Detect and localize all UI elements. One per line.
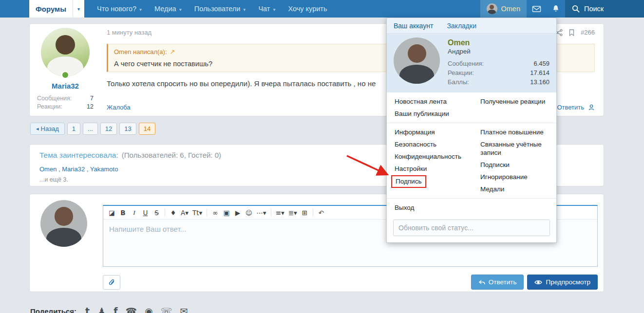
account-username-link[interactable]: Omen <box>448 38 549 47</box>
annotation-highlight-box: Подпись <box>391 175 426 188</box>
search-label: Поиск <box>584 5 604 13</box>
whatsapp-icon[interactable]: ☎ <box>125 306 137 313</box>
interested-user-link[interactable]: Yakamoto <box>85 166 118 173</box>
menu-item-news-feed[interactable]: Новостная лента <box>387 95 473 108</box>
menu-item-subscriptions[interactable]: Подписки <box>473 159 556 171</box>
interest-title-link[interactable]: Тема заинтересовала: <box>39 151 118 160</box>
page-button-13[interactable]: 13 <box>119 123 136 135</box>
menu-item-your-content[interactable]: Ваши публикации <box>387 108 473 120</box>
interested-user-link[interactable]: Maria32 <box>57 166 85 173</box>
page-button-current-14[interactable]: 14 <box>139 123 155 135</box>
menu-item-account-details[interactable]: Информация <box>387 126 473 138</box>
left-arrow-icon: ◂ <box>36 126 39 132</box>
author-avatar[interactable] <box>41 28 90 76</box>
mail-icon <box>532 5 541 13</box>
bookmark-icon[interactable] <box>568 29 575 36</box>
pinterest-icon[interactable]: ◉ <box>145 306 153 313</box>
current-user-avatar <box>40 200 87 247</box>
reply-link[interactable]: Ответить <box>557 104 584 111</box>
undo-icon[interactable]: ↶ <box>316 207 327 218</box>
online-status-icon <box>61 71 69 79</box>
nav-item-whats-new[interactable]: Что нового? <box>97 0 142 18</box>
toolbar-separator <box>313 209 313 217</box>
eye-icon <box>534 279 542 285</box>
account-avatar[interactable] <box>394 37 440 84</box>
chevron-down-icon <box>243 5 246 13</box>
author-name-link[interactable]: Maria32 <box>52 82 79 90</box>
twitter-icon[interactable]: t <box>85 306 90 313</box>
text-color-icon[interactable]: ♦ <box>168 207 179 218</box>
menu-item-privacy[interactable]: Конфиденциальность <box>387 150 473 163</box>
eraser-icon[interactable]: ◪ <box>106 207 117 218</box>
tab-your-account[interactable]: Ваш аккаунт <box>394 22 433 30</box>
page-button-12[interactable]: 12 <box>100 123 117 135</box>
menu-item-connected-accounts[interactable]: Связанные учётные записи <box>473 138 556 159</box>
menu-item-reactions-received[interactable]: Полученные реакции <box>473 95 556 108</box>
menu-item-security[interactable]: Безопасность <box>387 138 473 150</box>
post-number-link[interactable]: #266 <box>581 29 595 36</box>
menu-item-ignoring[interactable]: Игнорирование <box>473 171 556 183</box>
table-icon[interactable]: ⊞ <box>299 207 310 218</box>
bold-icon[interactable]: B <box>117 207 129 218</box>
account-dropdown: Ваш аккаунт Закладки Omen Андрей Сообщен… <box>386 18 557 243</box>
post-timestamp-link[interactable]: 1 минуту назад <box>107 29 152 36</box>
interest-counts: (Пользователей: 6, Гостей: 0) <box>122 151 221 159</box>
nav-tab-forums[interactable]: Форумы <box>29 0 84 18</box>
media-icon[interactable]: ▶ <box>232 207 243 218</box>
strikethrough-icon[interactable]: S <box>151 207 162 218</box>
page-back-button[interactable]: ◂ Назад <box>30 123 65 135</box>
menu-item-logout[interactable]: Выход <box>387 202 473 214</box>
smilie-icon[interactable]: ☺ <box>243 207 254 218</box>
page-button-1[interactable]: 1 <box>67 123 80 135</box>
inbox-button[interactable] <box>527 0 547 18</box>
pagination: ◂ Назад 1 ... 12 13 14 <box>30 123 155 135</box>
more-options-icon[interactable]: ⋯▾ <box>254 207 268 218</box>
viber-icon[interactable]: ☏ <box>161 306 172 313</box>
nav-item-want-to-smoke[interactable]: Хочу курить <box>288 0 327 18</box>
odnoklassniki-icon[interactable]: ♟ <box>97 306 106 313</box>
menu-item-preferences[interactable]: Настройки <box>387 163 473 175</box>
underline-icon[interactable]: U <box>140 207 151 218</box>
reply-submit-button[interactable]: Ответить <box>471 275 524 290</box>
search-button[interactable]: Поиск <box>565 0 644 18</box>
menu-item-paid-upgrade[interactable]: Платное повышение <box>473 126 556 138</box>
image-icon[interactable]: ▣ <box>221 207 232 218</box>
preview-button[interactable]: Предпросмотр <box>527 275 598 290</box>
toolbar-separator <box>207 209 207 217</box>
messages-count[interactable]: 6.459 <box>533 59 549 68</box>
goto-post-icon[interactable]: ↗ <box>170 48 175 55</box>
stat-row: Реакции: 12 <box>37 103 94 111</box>
list-icon[interactable]: ≣▾ <box>286 207 299 218</box>
font-family-icon[interactable]: A▾ <box>179 207 190 218</box>
italic-icon[interactable]: I <box>129 207 140 218</box>
status-update-input[interactable] <box>393 220 550 236</box>
attach-file-button[interactable] <box>103 275 120 290</box>
chevron-down-icon[interactable] <box>73 0 84 18</box>
paperclip-icon <box>108 279 115 286</box>
points-count[interactable]: 13.160 <box>530 77 549 87</box>
nav-item-chat[interactable]: Чат <box>258 0 275 18</box>
font-size-icon[interactable]: Tt▾ <box>190 207 204 218</box>
account-realname: Андрей <box>448 48 549 55</box>
email-icon[interactable]: ✉ <box>180 306 188 313</box>
user-icon[interactable] <box>588 104 595 110</box>
toolbar-separator <box>271 209 271 217</box>
alignment-icon[interactable]: ≡▾ <box>274 207 286 218</box>
interested-user-link[interactable]: Omen <box>39 166 57 173</box>
bell-icon <box>552 5 560 13</box>
nav-item-media[interactable]: Медиа <box>154 0 182 18</box>
user-avatar <box>487 3 497 14</box>
menu-item-signature[interactable]: Подпись <box>387 175 473 188</box>
link-icon[interactable]: ∞ <box>209 207 221 218</box>
page-ellipsis[interactable]: ... <box>83 123 98 135</box>
alerts-button[interactable] <box>547 0 565 18</box>
search-icon <box>572 5 580 13</box>
share-label: Поделиться: <box>30 307 76 313</box>
account-menu-button[interactable]: Omen <box>480 0 527 18</box>
facebook-icon[interactable]: f <box>114 306 117 313</box>
report-link[interactable]: Жалоба <box>107 104 131 111</box>
menu-item-medals[interactable]: Медали <box>473 183 556 195</box>
reactions-count[interactable]: 17.614 <box>530 68 549 77</box>
nav-item-members[interactable]: Пользователи <box>194 0 246 18</box>
tab-bookmarks[interactable]: Закладки <box>447 22 476 30</box>
